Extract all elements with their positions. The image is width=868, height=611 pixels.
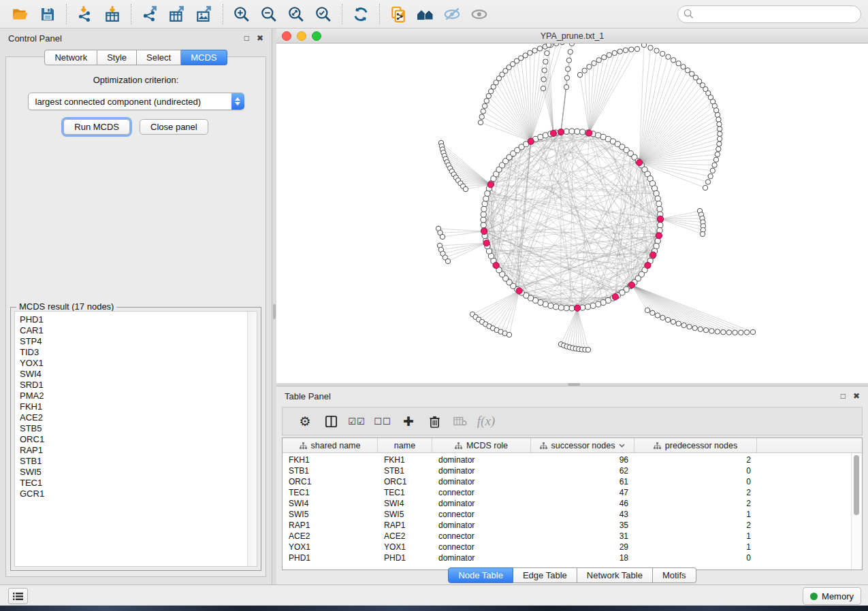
network-node[interactable] [445, 259, 450, 263]
network-node[interactable] [545, 50, 549, 55]
network-node[interactable] [564, 306, 569, 311]
column-header-name[interactable]: name [378, 438, 432, 452]
function-builder-button[interactable]: f(x) [473, 410, 499, 433]
network-node[interactable] [681, 323, 686, 327]
mcds-result-item[interactable]: STB5 [20, 423, 257, 434]
network-node[interactable] [717, 122, 722, 127]
tab-edge-table[interactable]: Edge Table [513, 567, 577, 583]
network-node[interactable] [479, 114, 484, 119]
network-node[interactable] [478, 120, 483, 125]
network-node[interactable] [482, 103, 487, 108]
network-node[interactable] [585, 304, 590, 310]
table-row[interactable]: TEC1TEC1connector472 [283, 487, 862, 498]
network-mcds-hub-node[interactable] [528, 138, 534, 144]
network-node[interactable] [617, 49, 622, 54]
network-node[interactable] [554, 44, 559, 46]
memory-button[interactable]: Memory [803, 587, 861, 605]
network-node[interactable] [523, 53, 528, 58]
network-node[interactable] [484, 99, 489, 103]
network-node[interactable] [623, 48, 628, 52]
table-scrollbar[interactable] [851, 453, 862, 569]
network-node[interactable] [585, 347, 590, 352]
network-node[interactable] [560, 44, 564, 45]
mcds-result-list[interactable]: PHD1CAR1STP4TID3YOX1SWI4SRD1PMA2FKH1ACE2… [14, 311, 257, 567]
network-node[interactable] [716, 117, 721, 122]
delete-columns-button[interactable] [421, 410, 447, 433]
network-node[interactable] [717, 136, 722, 141]
network-node[interactable] [700, 231, 705, 236]
table-row[interactable]: ACE2ACE2connector311 [283, 531, 862, 542]
network-node[interactable] [607, 52, 611, 57]
close-panel-icon[interactable]: ✖ [257, 34, 263, 42]
network-node[interactable] [710, 168, 715, 173]
network-node[interactable] [440, 234, 445, 239]
mcds-result-item[interactable]: YOX1 [20, 358, 257, 369]
zoom-out-button[interactable] [255, 3, 283, 26]
tab-select[interactable]: Select [137, 50, 181, 65]
network-node[interactable] [566, 67, 570, 71]
network-node[interactable] [739, 330, 743, 335]
result-list-scrollbar[interactable] [247, 312, 257, 566]
table-row[interactable]: PHD1PHD1dominator180 [283, 552, 862, 563]
network-node[interactable] [715, 152, 720, 156]
table-row[interactable]: SWI4SWI4dominator462 [283, 498, 862, 509]
network-node[interactable] [528, 50, 532, 55]
mcds-result-item[interactable]: PHD1 [20, 314, 257, 325]
optimization-criterion-dropdown[interactable]: largest connected component (undirected) [28, 93, 244, 110]
network-node[interactable] [481, 206, 487, 212]
network-node[interactable] [645, 308, 649, 312]
search-input[interactable] [697, 8, 855, 20]
mcds-result-item[interactable]: CAR1 [20, 325, 257, 336]
network-node[interactable] [537, 46, 542, 51]
import-table-button[interactable] [99, 3, 126, 26]
mcds-result-item[interactable]: RAP1 [20, 445, 257, 456]
network-node[interactable] [629, 47, 634, 52]
apply-layout-button[interactable] [347, 3, 374, 26]
network-node[interactable] [655, 238, 660, 244]
mcds-result-item[interactable]: FKH1 [20, 401, 257, 412]
mcds-result-item[interactable]: TEC1 [20, 478, 257, 489]
float-panel-icon[interactable]: □ [841, 392, 846, 400]
network-node[interactable] [558, 305, 564, 310]
network-node[interactable] [655, 196, 660, 201]
first-neighbors-button[interactable] [412, 3, 439, 26]
table-row[interactable]: YOX1YOX1connector291 [283, 542, 862, 552]
network-node[interactable] [713, 157, 718, 162]
tab-network-table[interactable]: Network Table [577, 567, 653, 583]
zoom-selected-button[interactable] [310, 3, 337, 26]
network-node[interactable] [658, 222, 663, 228]
network-node[interactable] [718, 131, 722, 136]
network-mcds-hub-node[interactable] [657, 216, 663, 222]
network-mcds-hub-node[interactable] [558, 129, 564, 135]
network-node[interactable] [582, 68, 587, 73]
table-row[interactable]: STB1STB1dominator620 [283, 465, 862, 476]
network-node[interactable] [657, 206, 662, 212]
table-scrollbar-thumb[interactable] [854, 455, 859, 515]
network-node[interactable] [681, 64, 686, 69]
network-node[interactable] [483, 196, 489, 201]
network-node[interactable] [612, 50, 617, 55]
network-node[interactable] [715, 112, 720, 117]
network-node[interactable] [660, 315, 665, 320]
network-node[interactable] [590, 303, 596, 308]
unselect-all-columns-button[interactable]: ☐☐ [370, 410, 396, 433]
mcds-result-item[interactable]: STB1 [20, 456, 257, 467]
zoom-in-button[interactable] [228, 3, 255, 26]
network-mcds-hub-node[interactable] [516, 288, 522, 294]
column-header-successor-nodes[interactable]: successor nodes [531, 438, 634, 452]
mcds-result-item[interactable]: PMA2 [20, 391, 257, 401]
network-node[interactable] [543, 133, 548, 138]
network-mcds-hub-node[interactable] [493, 262, 499, 268]
network-node[interactable] [569, 44, 574, 46]
tab-motifs[interactable]: Motifs [653, 567, 696, 583]
select-all-columns-button[interactable]: ☑☑ [344, 410, 370, 433]
network-node[interactable] [648, 45, 653, 50]
network-node[interactable] [548, 303, 553, 308]
network-node[interactable] [481, 109, 485, 114]
network-node[interactable] [655, 313, 660, 318]
network-node[interactable] [676, 61, 681, 65]
open-session-button[interactable] [7, 3, 34, 26]
mcds-result-item[interactable]: TID3 [20, 347, 257, 358]
network-node[interactable] [596, 58, 601, 63]
network-mcds-hub-node[interactable] [483, 240, 489, 246]
